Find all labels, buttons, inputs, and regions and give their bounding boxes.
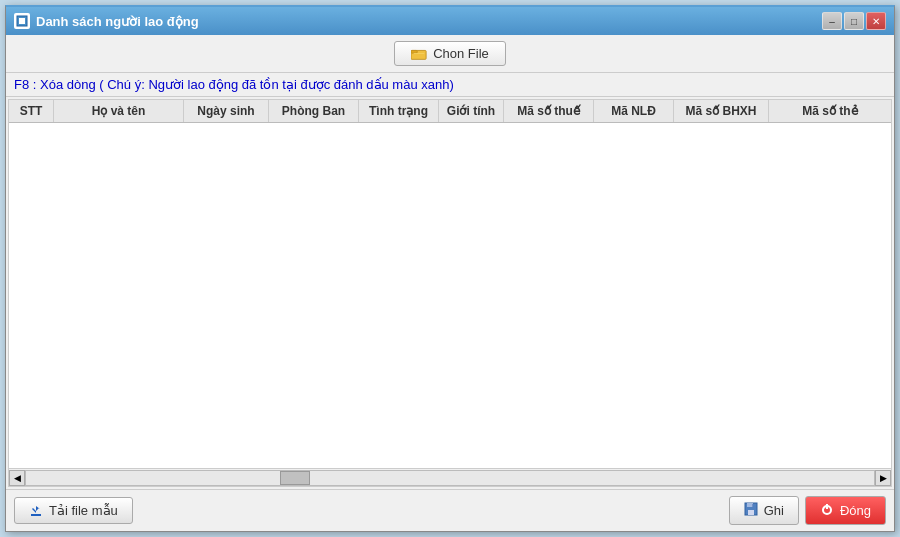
chon-file-label: Chon File: [433, 46, 489, 61]
svg-marker-6: [32, 506, 40, 513]
table-body: [9, 123, 891, 468]
info-text: F8 : Xóa dòng ( Chú ý: Người lao động đã…: [14, 77, 454, 92]
horizontal-scrollbar[interactable]: ◀ ▶: [9, 468, 891, 486]
col-ma-nld: Mã NLĐ: [594, 100, 674, 122]
minimize-button[interactable]: –: [822, 12, 842, 30]
table-container: STT Họ và tên Ngày sinh Phòng Ban Tình t…: [8, 99, 892, 487]
scroll-right-button[interactable]: ▶: [875, 470, 891, 486]
scroll-left-button[interactable]: ◀: [9, 470, 25, 486]
chon-file-button[interactable]: Chon File: [394, 41, 506, 66]
close-button[interactable]: ✕: [866, 12, 886, 30]
toolbar: Chon File: [6, 35, 894, 73]
tai-file-mau-button[interactable]: Tải file mẫu: [14, 497, 133, 524]
main-window: Danh sách người lao động – □ ✕ Chon File…: [5, 5, 895, 532]
window-icon: [14, 13, 30, 29]
scroll-track[interactable]: [25, 470, 875, 486]
col-ma-bhxh: Mã số BHXH: [674, 100, 769, 122]
table-header: STT Họ và tên Ngày sinh Phòng Ban Tình t…: [9, 100, 891, 123]
ghi-button[interactable]: Ghi: [729, 496, 799, 525]
dong-label: Đóng: [840, 503, 871, 518]
col-ma-so-the: Mã số thẻ: [769, 100, 891, 122]
svg-rect-5: [31, 514, 41, 516]
window-title: Danh sách người lao động: [36, 14, 822, 29]
svg-rect-9: [748, 510, 754, 515]
tai-file-mau-label: Tải file mẫu: [49, 503, 118, 518]
svg-rect-10: [752, 504, 753, 507]
floppy-icon: [744, 502, 758, 519]
col-ma-so-thue: Mã số thuế: [504, 100, 594, 122]
col-stt: STT: [9, 100, 54, 122]
col-ho-ten: Họ và tên: [54, 100, 184, 122]
maximize-button[interactable]: □: [844, 12, 864, 30]
folder-icon: [411, 47, 427, 61]
col-gioi-tinh: Giới tính: [439, 100, 504, 122]
scroll-thumb[interactable]: [280, 471, 310, 485]
info-bar: F8 : Xóa dòng ( Chú ý: Người lao động đã…: [6, 73, 894, 97]
svg-rect-4: [414, 53, 425, 54]
bottom-bar: Tải file mẫu Ghi: [6, 489, 894, 531]
col-phong-ban: Phòng Ban: [269, 100, 359, 122]
svg-rect-3: [411, 50, 417, 53]
svg-rect-1: [19, 18, 25, 24]
ghi-label: Ghi: [764, 503, 784, 518]
right-buttons: Ghi Đóng: [729, 496, 886, 525]
col-tinh-trang: Tình trạng: [359, 100, 439, 122]
power-icon: [820, 502, 834, 519]
col-ngay-sinh: Ngày sinh: [184, 100, 269, 122]
download-icon: [29, 504, 43, 518]
title-bar: Danh sách người lao động – □ ✕: [6, 7, 894, 35]
dong-button[interactable]: Đóng: [805, 496, 886, 525]
window-controls: – □ ✕: [822, 12, 886, 30]
